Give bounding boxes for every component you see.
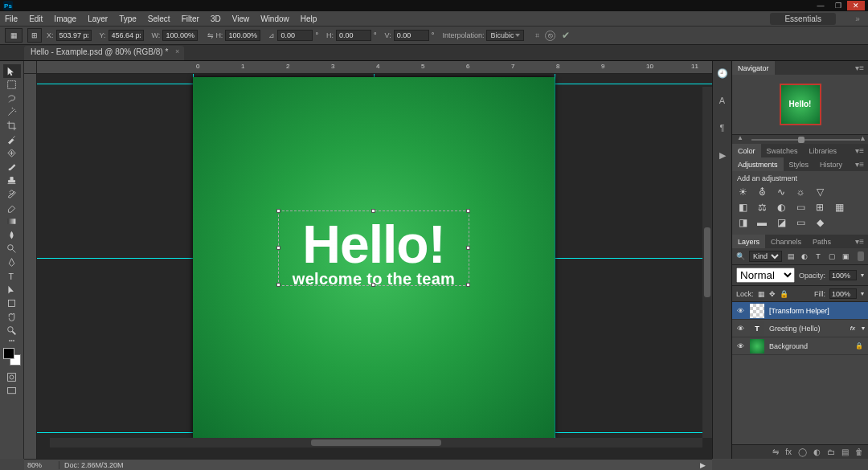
workspace-switcher[interactable]: Essentials — [770, 13, 836, 25]
menu-image[interactable]: Image — [54, 14, 76, 23]
history-tab[interactable]: History — [814, 157, 848, 171]
skew-h-input[interactable] — [336, 30, 371, 41]
menu-type[interactable]: Type — [119, 14, 137, 23]
zoom-out-icon[interactable]: ▲ — [737, 134, 743, 141]
transform-handle[interactable] — [276, 209, 280, 213]
lock-pixels-icon[interactable]: ▦ — [758, 290, 765, 298]
magic-wand-tool[interactable] — [3, 105, 21, 119]
artboard[interactable]: Hello! welcome to the team — [193, 77, 555, 439]
y-input[interactable] — [108, 30, 144, 41]
history-brush-tool[interactable] — [3, 187, 21, 201]
adj-invert-icon[interactable]: ◨ — [737, 217, 748, 228]
h-input[interactable] — [225, 30, 260, 41]
adj-photo-filter-icon[interactable]: ▭ — [795, 202, 806, 213]
shape-tool[interactable] — [3, 296, 21, 310]
layers-tab[interactable]: Layers — [732, 235, 765, 248]
transform-handle[interactable] — [466, 209, 470, 213]
channels-tab[interactable]: Channels — [765, 235, 807, 248]
lasso-tool[interactable] — [3, 92, 21, 105]
panel-menu-icon[interactable]: ▾≡ — [851, 160, 868, 169]
menu-file[interactable]: File — [5, 14, 18, 23]
panel-menu-icon[interactable]: ▾≡ — [851, 63, 868, 72]
filter-toggle[interactable] — [858, 251, 864, 261]
menu-filter[interactable]: Filter — [182, 14, 199, 23]
type-tool[interactable]: T — [3, 269, 21, 283]
filter-type-icon[interactable]: T — [813, 251, 823, 261]
menu-3d[interactable]: 3D — [211, 14, 221, 23]
panel-menu-icon[interactable]: ▾≡ — [851, 146, 868, 155]
restore-button[interactable]: ❐ — [829, 1, 847, 10]
stamp-tool[interactable] — [3, 174, 21, 187]
layer-mask-icon[interactable]: ◯ — [798, 448, 807, 456]
vertical-ruler[interactable] — [24, 74, 37, 459]
lock-all-icon[interactable]: 🔒 — [780, 290, 788, 298]
visibility-icon[interactable]: 👁 — [735, 342, 745, 350]
adj-balance-icon[interactable]: ⚖ — [756, 202, 768, 213]
canvas-viewport[interactable]: Hello! welcome to the team — [37, 74, 712, 448]
layer-fx-badge[interactable]: fx — [850, 325, 857, 332]
filter-adjust-icon[interactable]: ◐ — [800, 251, 809, 261]
adj-exposure-icon[interactable]: ☼ — [795, 186, 806, 198]
gradient-tool[interactable] — [3, 215, 21, 228]
rotate-input[interactable] — [277, 30, 313, 41]
panel-menu-icon[interactable]: ▾≡ — [851, 237, 868, 246]
adj-levels-icon[interactable]: ⛢ — [756, 186, 768, 198]
document-tab[interactable]: Hello - Example.psd @ 80% (RGB/8) * × — [24, 46, 184, 60]
dodge-tool[interactable] — [3, 242, 21, 255]
lock-position-icon[interactable]: ✥ — [769, 290, 776, 298]
eraser-tool[interactable] — [3, 201, 21, 215]
zoom-slider-thumb[interactable] — [798, 137, 805, 143]
layer-row[interactable]: 👁 T Greeting (Hello) fx ▾ — [732, 320, 868, 337]
layer-thumbnail[interactable]: T — [750, 321, 764, 336]
cancel-transform-icon[interactable]: ⦸ — [545, 31, 555, 41]
menu-window[interactable]: Window — [260, 14, 289, 23]
delete-layer-icon[interactable]: 🗑 — [855, 448, 863, 456]
healing-tool[interactable] — [3, 146, 21, 160]
doc-size-readout[interactable]: Doc: 2.86M/3.20M — [59, 461, 129, 469]
close-tab-icon[interactable]: × — [175, 47, 179, 55]
foreground-swatch[interactable] — [3, 348, 14, 359]
layer-row[interactable]: 👁 Background 🔒 — [732, 337, 868, 355]
filter-pixel-icon[interactable]: ▤ — [786, 251, 796, 261]
text-layer[interactable]: Hello! welcome to the team — [193, 220, 555, 288]
color-swatches[interactable] — [3, 348, 21, 366]
brush-tool[interactable] — [3, 160, 21, 174]
adj-hue-icon[interactable]: ◧ — [737, 202, 748, 213]
layer-fx-chevron-icon[interactable]: ▾ — [862, 325, 865, 332]
navigator-panel[interactable]: Hello! — [732, 75, 868, 134]
menu-view[interactable]: View — [232, 14, 250, 23]
paragraph-panel-icon[interactable]: ¶ — [715, 121, 730, 135]
status-play-icon[interactable]: ▶ — [694, 461, 712, 469]
transform-handle[interactable] — [466, 283, 470, 287]
actions-panel-icon[interactable]: ▶ — [715, 148, 730, 162]
reference-point-icon[interactable]: ⊞ — [27, 28, 42, 43]
blur-tool[interactable] — [3, 228, 21, 242]
layer-row[interactable]: 👁 [Transform Helper] — [732, 302, 868, 320]
adj-threshold-icon[interactable]: ◪ — [776, 217, 787, 228]
blend-mode-select[interactable]: Normal — [736, 268, 795, 283]
link-wh-icon[interactable]: ⇋ — [206, 31, 215, 39]
navigator-thumbnail[interactable]: Hello! — [780, 84, 821, 125]
menu-layer[interactable]: Layer — [88, 14, 108, 23]
libraries-tab[interactable]: Libraries — [804, 144, 843, 157]
layer-filter-icon[interactable]: 🔍 — [736, 252, 745, 260]
tool-preset-icon[interactable]: ▦ — [5, 28, 23, 43]
adj-brightness-icon[interactable]: ☀ — [737, 186, 748, 198]
close-button[interactable]: ✕ — [847, 1, 865, 10]
adj-lookup-icon[interactable]: ▦ — [833, 202, 845, 213]
layer-name[interactable]: Background — [769, 342, 808, 350]
swatches-tab[interactable]: Swatches — [761, 144, 804, 157]
navigator-tab[interactable]: Navigator — [732, 61, 775, 75]
adj-selective-icon[interactable]: ◆ — [814, 217, 825, 228]
adj-mixer-icon[interactable]: ⊞ — [814, 202, 825, 213]
horizontal-ruler[interactable]: 0 1 2 3 4 5 6 7 8 9 10 11 — [37, 61, 712, 74]
transform-handle[interactable] — [276, 246, 280, 250]
opacity-chevron-icon[interactable]: ▾ — [861, 272, 864, 279]
horizontal-scrollbar[interactable] — [50, 438, 702, 448]
adjustment-layer-icon[interactable]: ◐ — [813, 448, 821, 456]
group-icon[interactable]: 🗀 — [827, 448, 835, 456]
marquee-tool[interactable] — [3, 78, 21, 92]
ruler-origin[interactable] — [24, 61, 37, 74]
adjustments-tab[interactable]: Adjustments — [732, 157, 784, 171]
vertical-scrollbar[interactable] — [702, 87, 712, 438]
